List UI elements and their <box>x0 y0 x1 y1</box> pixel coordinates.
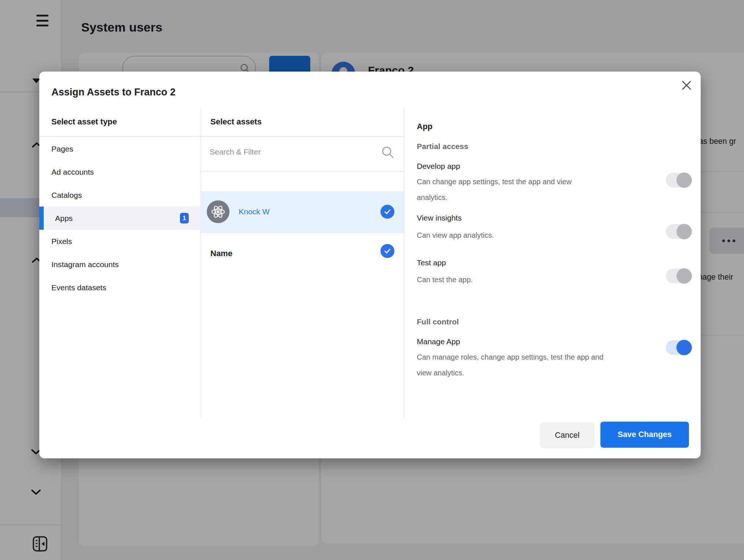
perm-develop-app-desc: Can change app settings, test the app an… <box>417 174 591 206</box>
asset-row-knock-w[interactable]: Knock W <box>200 191 404 232</box>
asset-type-instagram-accounts[interactable]: Instagram accounts <box>39 253 200 276</box>
count-badge: 1 <box>180 213 189 223</box>
asset-type-ad-accounts[interactable]: Ad accounts <box>39 160 200 183</box>
perm-view-insights-desc: Can view app analytics. <box>417 228 591 243</box>
column-divider <box>200 108 201 418</box>
asset-type-pixels[interactable]: Pixels <box>39 230 200 253</box>
perm-develop-app-title: Develop app <box>417 162 460 171</box>
assets-column-header: Select assets <box>210 117 261 127</box>
toggle-knob <box>676 224 692 239</box>
close-button[interactable] <box>680 79 693 91</box>
asset-type-column-header: Select asset type <box>51 117 117 127</box>
perm-manage-app-desc: Can manage roles, change app settings, t… <box>417 349 608 381</box>
toggle-knob <box>676 268 692 284</box>
search-icon <box>382 146 395 159</box>
atom-icon <box>209 203 227 221</box>
row-divider <box>200 232 404 233</box>
check-icon <box>383 208 391 216</box>
asset-type-catalogs[interactable]: Catalogs <box>39 183 200 207</box>
check-icon <box>383 247 391 255</box>
asset-type-events-datasets[interactable]: Events datasets <box>39 276 200 299</box>
header-divider <box>39 137 404 137</box>
search-filter-input[interactable] <box>209 142 368 162</box>
permissions-header: App <box>417 122 433 131</box>
close-icon <box>682 80 691 90</box>
name-column-header: Name <box>210 249 232 258</box>
column-divider <box>404 108 404 418</box>
search-divider <box>200 171 404 171</box>
section-partial-access: Partial access <box>417 142 468 151</box>
selected-indicator-bar <box>39 207 44 230</box>
dialog-title: Assign Assets to Franco 2 <box>51 87 176 98</box>
asset-type-apps[interactable]: Apps 1 <box>39 207 200 230</box>
manage-app-toggle[interactable] <box>666 340 691 355</box>
save-changes-button[interactable]: Save Changes <box>600 422 689 448</box>
perm-view-insights-title: View insights <box>417 214 462 222</box>
perm-manage-app-title: Manage App <box>417 337 460 346</box>
test-app-toggle[interactable] <box>666 269 691 283</box>
develop-app-toggle[interactable] <box>666 173 691 188</box>
app-avatar <box>207 200 230 223</box>
section-full-control: Full control <box>417 317 459 326</box>
asset-type-list: Pages Ad accounts Catalogs Apps 1 Pixels… <box>39 137 200 299</box>
perm-test-app-desc: Can test the app. <box>417 272 591 288</box>
view-insights-toggle[interactable] <box>666 224 691 239</box>
toggle-knob <box>676 172 692 188</box>
perm-test-app-title: Test app <box>417 258 446 267</box>
assign-assets-dialog: Assign Assets to Franco 2 Select asset t… <box>39 72 701 458</box>
select-all-checkbox[interactable] <box>380 244 394 258</box>
cancel-button[interactable]: Cancel <box>540 422 595 448</box>
row-checkbox[interactable] <box>380 205 394 219</box>
asset-name: Knock W <box>239 191 270 232</box>
asset-type-pages[interactable]: Pages <box>39 137 200 160</box>
toggle-knob <box>676 340 692 355</box>
